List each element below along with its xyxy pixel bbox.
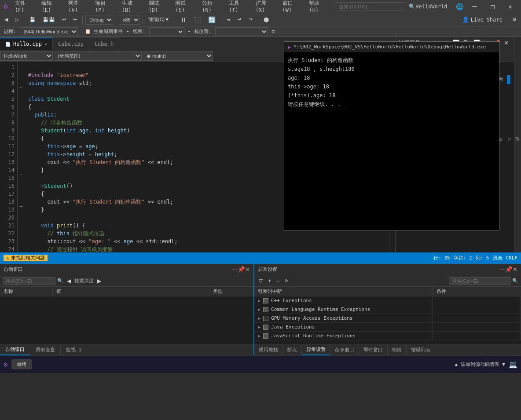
auto-back-button[interactable]: ◀ bbox=[65, 278, 73, 285]
exc-gpu-check[interactable] bbox=[263, 316, 268, 321]
right-sidebar: 统 计 信 息 bbox=[514, 37, 521, 252]
exc-gpu-arrow: ▶ bbox=[258, 316, 260, 321]
auto-tab-auto[interactable]: 自动窗口 bbox=[0, 344, 30, 355]
back-button[interactable]: ◀ bbox=[2, 16, 11, 23]
menu-item-w[interactable]: 窗口(W) bbox=[279, 0, 305, 15]
function-dropdown[interactable]: ◉ main() bbox=[143, 51, 213, 61]
restart-button[interactable]: 🔄 bbox=[205, 15, 218, 24]
context-dropdown[interactable]: (全局范围) bbox=[54, 51, 142, 61]
step-next-button[interactable]: ↷ bbox=[246, 16, 255, 23]
live-share-button[interactable]: 👤 Live Share bbox=[459, 15, 506, 24]
exc-cell-js-cond bbox=[433, 332, 521, 340]
exception-toolbar: ▽ + − ⟳ 🔍 bbox=[254, 275, 521, 287]
platform-dropdown[interactable]: x86 bbox=[119, 15, 140, 25]
forward-button[interactable]: ▷ bbox=[12, 16, 21, 23]
exc-search-input[interactable] bbox=[449, 277, 510, 285]
scope-dropdown[interactable]: HelloWorld bbox=[0, 51, 53, 61]
auto-window-pin[interactable]: 📌 bbox=[238, 266, 245, 273]
step-in-button[interactable]: ⬎ bbox=[224, 16, 233, 23]
save-all-button[interactable]: 💾💾 bbox=[40, 16, 58, 23]
menu-item-h[interactable]: 帮助(H) bbox=[305, 0, 331, 15]
exc-cell-java-cond bbox=[433, 323, 521, 331]
auto-tab-watch[interactable]: 监视 1 bbox=[61, 345, 87, 355]
menu-item-f[interactable]: 文件(F) bbox=[11, 0, 37, 15]
exc-delete-button[interactable]: − bbox=[275, 278, 281, 285]
auto-search-icon: 🔍 bbox=[57, 278, 63, 284]
exc-filter-button[interactable]: ▽ bbox=[257, 278, 264, 285]
tab-cube-cpp[interactable]: Cube.cpp bbox=[53, 37, 89, 50]
step-over-button[interactable]: ⏸ bbox=[178, 15, 189, 24]
right-sidebar-item-1[interactable]: 统 bbox=[514, 143, 521, 146]
exc-pin-button[interactable]: 📌 bbox=[505, 266, 513, 273]
exc-tab-command[interactable]: 命令窗口 bbox=[330, 345, 359, 355]
profile-button[interactable]: ⚙ bbox=[510, 16, 519, 23]
menu-item-b[interactable]: 生成(B) bbox=[118, 0, 144, 15]
console-line-2: s.age18 , s.height180 bbox=[288, 65, 495, 73]
right-sidebar-item-2[interactable]: 计 bbox=[505, 143, 513, 146]
warning-text: 未找到相关问题 bbox=[11, 255, 45, 261]
diag-window-close-button[interactable]: ✕ bbox=[502, 39, 510, 47]
menu-item-x[interactable]: 扩展(X) bbox=[252, 0, 278, 15]
process-dropdown[interactable]: [844] HelloWorld.exe bbox=[20, 27, 78, 36]
title-right-area: HelloWorld 🌐 ─ □ ✕ bbox=[415, 0, 517, 12]
auto-forward-button[interactable]: ▶ bbox=[95, 278, 103, 285]
auto-window-collapse[interactable]: — bbox=[232, 266, 238, 273]
status-warning[interactable]: ⚠ 未找到相关问题 bbox=[4, 255, 48, 261]
tab-hello-cpp[interactable]: 📄 Hello.cpp ✕ bbox=[0, 37, 53, 50]
exc-tab-immediate[interactable]: 即时窗口 bbox=[359, 345, 388, 355]
auto-window-close[interactable]: ✕ bbox=[245, 266, 250, 273]
exc-js-check[interactable] bbox=[263, 333, 268, 339]
collapse-destructor[interactable]: ─ bbox=[18, 172, 25, 180]
step-out-button[interactable]: ⬏ bbox=[235, 16, 244, 23]
exc-collapse-button[interactable]: — bbox=[499, 266, 505, 273]
save-button[interactable]: 💾 bbox=[27, 16, 38, 23]
exception-window: 异常设置 — 📌 ✕ ▽ + − ⟳ 🔍 引发时中断 条件 bbox=[254, 264, 521, 355]
menu-item-d[interactable]: 调试(D) bbox=[145, 0, 171, 15]
title-bar: ⚙ 文件(F)编辑(E)视图(V)项目(P)生成(B)调试(D)测试(S)分析(… bbox=[0, 0, 521, 13]
menu-item-t[interactable]: 工具(T) bbox=[225, 0, 251, 15]
auto-tab-local[interactable]: 局部变量 bbox=[30, 345, 61, 355]
exc-tab-output[interactable]: 输出 bbox=[388, 345, 407, 355]
exc-add-button[interactable]: + bbox=[266, 278, 273, 285]
menu-item-n[interactable]: 分析(N) bbox=[198, 0, 224, 15]
menu-item-p[interactable]: 项目(P) bbox=[92, 0, 117, 15]
exc-close-button[interactable]: ✕ bbox=[513, 266, 517, 273]
thread-dropdown[interactable] bbox=[149, 27, 184, 36]
breakpoint-button[interactable]: ⬤ bbox=[261, 16, 272, 23]
exc-cell-clr-cond bbox=[433, 305, 521, 314]
location-label: 栈位置: bbox=[194, 28, 212, 35]
debug-mode-dropdown[interactable]: Debug bbox=[85, 15, 113, 25]
exc-row-cpp: ▶ C++ Exceptions bbox=[254, 296, 521, 305]
exception-title: 异常设置 bbox=[258, 266, 499, 273]
vs-icon2: 🌐 bbox=[456, 3, 463, 10]
menu-item-e[interactable]: 编辑(E) bbox=[38, 0, 64, 15]
exc-tab-exceptions[interactable]: 异常设置 bbox=[302, 344, 330, 355]
search-input[interactable] bbox=[335, 2, 405, 11]
taskbar-item-ready[interactable]: 就绪 bbox=[11, 359, 32, 369]
location-dropdown[interactable] bbox=[215, 27, 268, 36]
exc-cpp-check[interactable] bbox=[263, 298, 268, 303]
close-button[interactable]: ✕ bbox=[503, 1, 517, 12]
exc-tab-breakpoints[interactable]: 断点 bbox=[283, 345, 302, 355]
auto-search-input[interactable] bbox=[3, 277, 55, 285]
process-bar-expand[interactable]: ≡ bbox=[272, 28, 275, 35]
menu-item-v[interactable]: 视图(V) bbox=[65, 0, 91, 15]
exc-clr-check[interactable] bbox=[263, 307, 268, 312]
redo-button[interactable]: ↪ bbox=[70, 16, 80, 23]
taskbar-source-control[interactable]: ▲ 添加到源代码管理 ▼ bbox=[455, 361, 506, 368]
continue-button[interactable]: 继续(C)▼ bbox=[146, 15, 172, 24]
minimize-button[interactable]: ─ bbox=[467, 0, 482, 12]
menu-item-s[interactable]: 测试(S) bbox=[172, 0, 198, 15]
exc-java-check[interactable] bbox=[263, 325, 268, 330]
exc-tab-errors[interactable]: 错误列表 bbox=[407, 345, 435, 355]
undo-button[interactable]: ↩ bbox=[59, 16, 69, 23]
exc-restore-button[interactable]: ⟳ bbox=[283, 278, 290, 284]
exception-window-tabs: 调用堆栈 断点 异常设置 命令窗口 即时窗口 输出 错误列表 bbox=[254, 344, 521, 355]
tab-cube-h[interactable]: Cube.h bbox=[89, 37, 119, 50]
exc-tab-callstack[interactable]: 调用堆栈 bbox=[254, 345, 283, 355]
exc-clr-label: Common Language Runtime Exceptions bbox=[271, 307, 370, 312]
collapse-print[interactable]: ─ bbox=[18, 204, 25, 212]
maximize-button[interactable]: □ bbox=[485, 1, 499, 12]
collapse-class[interactable]: ─ bbox=[18, 85, 25, 93]
stop-button[interactable]: ⬛ bbox=[191, 15, 204, 24]
